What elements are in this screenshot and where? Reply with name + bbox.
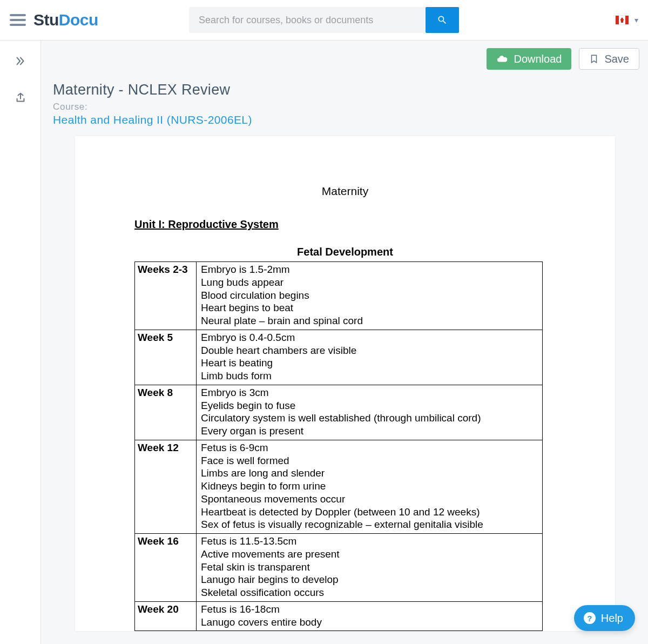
document-header: Maternity - NCLEX Review Course: Health … xyxy=(51,82,639,136)
search-icon xyxy=(437,15,448,25)
bookmark-icon xyxy=(589,53,599,65)
help-label: Help xyxy=(601,612,623,625)
section-heading: Fetal Development xyxy=(134,246,556,258)
table-row: Weeks 2-3Embryo is 1.5-2mmLung buds appe… xyxy=(135,262,543,330)
table-row: Week 5Embryo is 0.4-0.5cmDouble heart ch… xyxy=(135,330,543,385)
document-title: Maternity - NCLEX Review xyxy=(53,82,639,98)
cloud-download-icon xyxy=(496,53,508,65)
week-cell: Week 16 xyxy=(135,534,197,602)
table-row: Week 8Embryo is 3cmEyelids begin to fuse… xyxy=(135,385,543,440)
course-label: Course: xyxy=(53,102,639,112)
left-sidebar xyxy=(0,41,41,644)
unit-heading: Unit I: Reproductive System xyxy=(134,218,556,231)
content-cell: Embryo is 0.4-0.5cmDouble heart chambers… xyxy=(197,330,543,385)
content-cell: Fetus is 6-9cmFace is well formedLimbs a… xyxy=(197,440,543,533)
download-button[interactable]: Download xyxy=(487,48,571,70)
content-cell: Embryo is 1.5-2mmLung buds appearBlood c… xyxy=(197,262,543,330)
flag-canada-icon xyxy=(615,15,629,25)
week-cell: Weeks 2-3 xyxy=(135,262,197,330)
chevron-down-icon: ▾ xyxy=(634,16,638,24)
download-label: Download xyxy=(514,53,562,65)
help-button[interactable]: ? Help xyxy=(574,605,635,631)
table-row: Week 12Fetus is 6-9cmFace is well formed… xyxy=(135,440,543,533)
search-button[interactable] xyxy=(426,7,459,33)
logo-part-stu: Stu xyxy=(33,11,59,29)
expand-sidebar-button[interactable] xyxy=(13,53,28,69)
site-logo[interactable]: StuDocu xyxy=(33,11,98,29)
fetal-development-table: Weeks 2-3Embryo is 1.5-2mmLung buds appe… xyxy=(134,261,543,631)
week-cell: Week 20 xyxy=(135,601,197,631)
share-button[interactable] xyxy=(13,90,28,105)
week-cell: Week 8 xyxy=(135,385,197,440)
course-link[interactable]: Health and Healing II (NURS-2006EL) xyxy=(53,113,639,126)
main-area: Download Save Maternity - NCLEX Review C… xyxy=(41,41,648,644)
search-bar xyxy=(189,7,459,33)
week-cell: Week 12 xyxy=(135,440,197,533)
top-bar: StuDocu ▾ xyxy=(0,0,648,41)
chevron-double-right-icon xyxy=(15,55,26,67)
logo-part-docu: Docu xyxy=(59,11,98,29)
content-cell: Embryo is 3cmEyelids begin to fuseCircul… xyxy=(197,385,543,440)
menu-icon[interactable] xyxy=(10,14,26,26)
locale-selector[interactable]: ▾ xyxy=(615,15,638,25)
search-input[interactable] xyxy=(189,7,426,33)
help-icon: ? xyxy=(584,612,596,624)
save-button[interactable]: Save xyxy=(579,48,639,70)
save-label: Save xyxy=(604,53,629,65)
table-row: Week 16Fetus is 11.5-13.5cmActive moveme… xyxy=(135,534,543,602)
share-icon xyxy=(15,92,26,104)
content-cell: Fetus is 11.5-13.5cmActive movements are… xyxy=(197,534,543,602)
action-row: Download Save xyxy=(51,48,639,70)
week-cell: Week 5 xyxy=(135,330,197,385)
document-page: Maternity Unit I: Reproductive System Fe… xyxy=(75,136,615,631)
content-cell: Fetus is 16-18cmLanugo covers entire bod… xyxy=(197,601,543,631)
paper-title: Maternity xyxy=(134,185,556,198)
table-row: Week 20Fetus is 16-18cmLanugo covers ent… xyxy=(135,601,543,631)
